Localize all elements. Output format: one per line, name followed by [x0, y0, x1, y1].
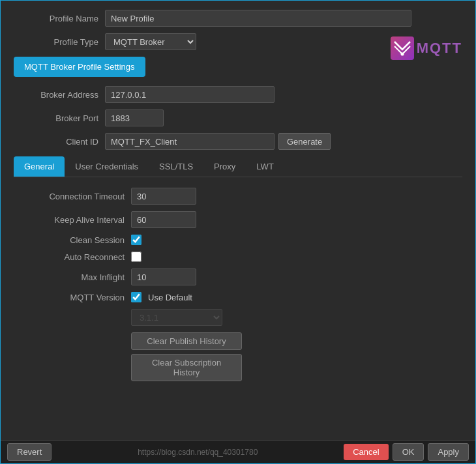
mqtt-logo-text: MQTT [417, 40, 462, 57]
connection-timeout-row: Connection Timeout [20, 188, 462, 205]
action-buttons-container: Clear Publish History Clear Subscription… [131, 332, 462, 381]
bottom-right-buttons: Cancel OK Apply [344, 443, 469, 461]
tab-ssl-tls[interactable]: SSL/TLS [149, 156, 203, 177]
main-container: Profile Name Profile Type MQTT Broker MQ… [0, 0, 476, 464]
broker-port-row: Broker Port [14, 109, 462, 126]
apply-button[interactable]: Apply [428, 443, 469, 461]
connection-timeout-input[interactable] [131, 188, 196, 205]
generate-button[interactable]: Generate [278, 133, 331, 150]
svg-point-1 [400, 53, 404, 56]
tab-proxy[interactable]: Proxy [203, 156, 246, 177]
broker-port-input[interactable] [105, 109, 164, 126]
broker-section: MQTT Broker Profile Settings Broker Addr… [14, 57, 462, 150]
revert-button[interactable]: Revert [7, 443, 52, 461]
mqtt-logo: MQTT [391, 36, 462, 60]
client-id-label: Client ID [14, 137, 98, 147]
auto-reconnect-label: Auto Reconnect [20, 252, 125, 262]
profile-name-label: Profile Name [14, 14, 98, 23]
cancel-button[interactable]: Cancel [344, 444, 388, 460]
svg-rect-0 [391, 36, 414, 60]
auto-reconnect-row: Auto Reconnect [20, 252, 462, 262]
profile-name-input[interactable] [105, 10, 411, 27]
mqtt-version-controls: Use Default [131, 292, 192, 302]
version-select[interactable]: 3.1.1 3.1 5.0 [131, 309, 222, 326]
mqtt-logo-icon [391, 36, 414, 60]
tab-lwt[interactable]: LWT [246, 156, 284, 177]
version-select-row: 3.1.1 3.1 5.0 [20, 309, 462, 326]
clean-session-label: Clean Session [20, 235, 125, 245]
tabs-container: General User Credentials SSL/TLS Proxy L… [14, 156, 462, 177]
client-id-row: Client ID Generate [14, 133, 462, 150]
general-settings: Connection Timeout Keep Alive Interval C… [14, 188, 462, 381]
connection-timeout-label: Connection Timeout [20, 192, 125, 201]
mqtt-broker-profile-settings-btn[interactable]: MQTT Broker Profile Settings [14, 57, 145, 77]
clean-session-checkbox[interactable] [131, 235, 141, 245]
keep-alive-row: Keep Alive Interval [20, 211, 462, 228]
broker-address-label: Broker Address [14, 90, 98, 100]
max-inflight-row: Max Inflight [20, 268, 462, 285]
mqtt-version-row: MQTT Version Use Default [20, 292, 462, 302]
tab-user-credentials[interactable]: User Credentials [65, 156, 149, 177]
use-default-label: Use Default [148, 293, 192, 302]
profile-type-select[interactable]: MQTT Broker MQTT Subscriber MQTT Publish… [105, 33, 196, 50]
auto-reconnect-checkbox[interactable] [131, 252, 141, 262]
client-id-input[interactable] [105, 133, 275, 150]
keep-alive-input[interactable] [131, 211, 196, 228]
broker-address-input[interactable] [105, 86, 275, 103]
bottom-url: https://blog.csdn.net/qq_40301780 [52, 448, 344, 457]
max-inflight-label: Max Inflight [20, 272, 125, 282]
clean-session-row: Clean Session [20, 235, 462, 245]
broker-port-label: Broker Port [14, 113, 98, 123]
profile-type-label: Profile Type [14, 37, 98, 47]
clear-subscription-history-button[interactable]: Clear Subscription History [131, 354, 242, 381]
broker-address-row: Broker Address [14, 86, 462, 103]
tab-general[interactable]: General [14, 156, 65, 177]
keep-alive-label: Keep Alive Interval [20, 215, 125, 225]
max-inflight-input[interactable] [131, 268, 196, 285]
ok-button[interactable]: OK [393, 443, 424, 461]
bottom-bar: Revert https://blog.csdn.net/qq_40301780… [1, 440, 475, 463]
profile-name-row: Profile Name [14, 10, 462, 27]
profile-type-row: Profile Type MQTT Broker MQTT Subscriber… [14, 33, 462, 50]
clear-publish-history-button[interactable]: Clear Publish History [131, 332, 242, 350]
mqtt-version-label: MQTT Version [20, 293, 125, 302]
use-default-checkbox[interactable] [131, 292, 141, 302]
